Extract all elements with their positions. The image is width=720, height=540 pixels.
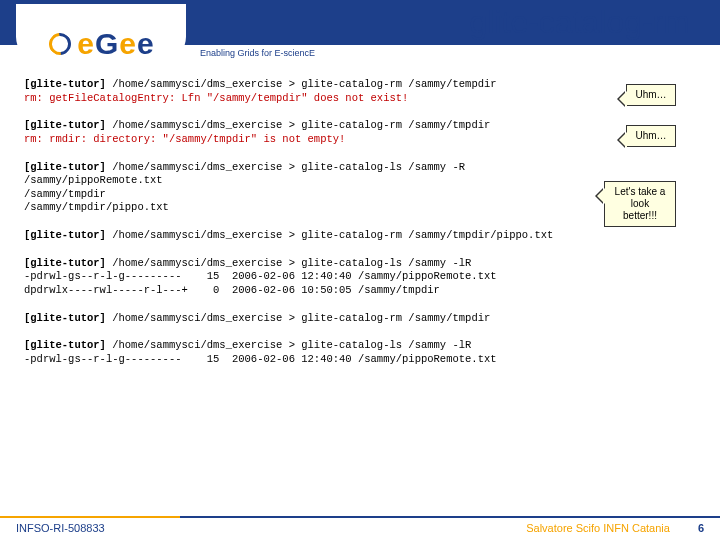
terminal-line: [glite-tutor] /home/sammysci/dms_exercis… — [24, 78, 696, 92]
terminal-line: [glite-tutor] /home/sammysci/dms_exercis… — [24, 312, 696, 326]
logo-letter: G — [95, 27, 117, 61]
logo-swirl-icon — [45, 29, 76, 60]
callout: Uhm… — [626, 84, 676, 106]
terminal-line: rm: getFileCatalogEntry: Lfn "/sammy/tem… — [24, 92, 696, 106]
logo-letter: e — [77, 27, 93, 61]
terminal-line: [glite-tutor] /home/sammysci/dms_exercis… — [24, 161, 696, 175]
callout: Let's take a look better!!! — [604, 181, 676, 227]
logo-letter: e — [137, 27, 153, 61]
terminal-line: [glite-tutor] /home/sammysci/dms_exercis… — [24, 339, 696, 353]
slide-footer: INFSO-RI-508833 Salvatore Scifo INFN Cat… — [0, 516, 720, 540]
terminal-line: -pdrwl-gs--r-l-g--------- 15 2006-02-06 … — [24, 270, 696, 284]
terminal-block: [glite-tutor] /home/sammysci/dms_exercis… — [24, 257, 696, 298]
prompt: [glite-tutor] — [24, 229, 112, 241]
terminal-block: [glite-tutor] /home/sammysci/dms_exercis… — [24, 339, 696, 366]
terminal-block: [glite-tutor] /home/sammysci/dms_exercis… — [24, 119, 696, 146]
egee-logo: e G e e — [49, 27, 152, 61]
terminal-body: [glite-tutor] /home/sammysci/dms_exercis… — [0, 72, 720, 367]
terminal-block: [glite-tutor] /home/sammysci/dms_exercis… — [24, 312, 696, 326]
terminal-line: rm: rmdir: directory: "/sammy/tmpdir" is… — [24, 133, 696, 147]
terminal-block: [glite-tutor] /home/sammysci/dms_exercis… — [24, 161, 696, 216]
callout: Uhm… — [626, 125, 676, 147]
prompt: [glite-tutor] — [24, 78, 112, 90]
footer-rule — [0, 516, 720, 518]
prompt: [glite-tutor] — [24, 161, 112, 173]
terminal-line: [glite-tutor] /home/sammysci/dms_exercis… — [24, 257, 696, 271]
terminal-block: [glite-tutor] /home/sammysci/dms_exercis… — [24, 78, 696, 105]
error-text: rm: rmdir: directory: "/sammy/tmpdir" is… — [24, 133, 345, 145]
slide-tagline: Enabling Grids for E-sciencE — [200, 48, 315, 58]
terminal-block: [glite-tutor] /home/sammysci/dms_exercis… — [24, 229, 696, 243]
prompt: [glite-tutor] — [24, 339, 112, 351]
error-text: rm: getFileCatalogEntry: Lfn "/sammy/tem… — [24, 92, 408, 104]
terminal-line: dpdrwlx----rwl-----r-l---+ 0 2006-02-06 … — [24, 284, 696, 298]
prompt: [glite-tutor] — [24, 119, 112, 131]
terminal-line: [glite-tutor] /home/sammysci/dms_exercis… — [24, 119, 696, 133]
terminal-line: [glite-tutor] /home/sammysci/dms_exercis… — [24, 229, 696, 243]
page-number: 6 — [698, 522, 704, 534]
footer-author: Salvatore Scifo INFN Catania — [526, 522, 670, 534]
footer-left: INFSO-RI-508833 — [16, 522, 105, 534]
logo-letter: e — [119, 27, 135, 61]
slide-header: e G e e glite-catalog-rm Enabling Grids … — [0, 0, 720, 72]
slide-title: glite-catalog-rm — [469, 4, 690, 41]
footer-right: Salvatore Scifo INFN Catania 6 — [526, 522, 704, 534]
prompt: [glite-tutor] — [24, 312, 112, 324]
terminal-line: -pdrwl-gs--r-l-g--------- 15 2006-02-06 … — [24, 353, 696, 367]
terminal-line: /sammy/pippoRemote.txt — [24, 174, 696, 188]
prompt: [glite-tutor] — [24, 257, 112, 269]
